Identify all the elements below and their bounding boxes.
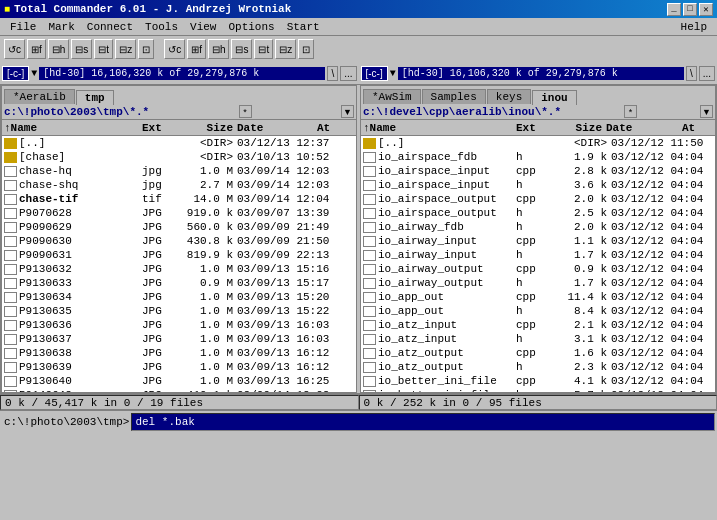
list-item[interactable]: [..]<DIR>03/12/13 12:37	[2, 136, 356, 150]
list-item[interactable]: io_airspace_inputh3.6 k03/12/12 04:04	[361, 178, 715, 192]
left-col-size[interactable]: Size	[182, 122, 237, 134]
left-col-ext[interactable]: Ext	[142, 122, 182, 134]
right-filter-btn[interactable]: *	[624, 105, 637, 118]
list-item[interactable]: P9130636JPG1.0 M03/09/13 16:03	[2, 318, 356, 332]
list-item[interactable]: io_better_ini_fileh5.7 k03/12/12 04:04	[361, 388, 715, 392]
file-date: 03/09/14 12:04	[237, 193, 329, 205]
file-name: io_airway_fdb	[378, 221, 464, 233]
list-item[interactable]: P9130637JPG1.0 M03/09/13 16:03	[2, 332, 356, 346]
list-item[interactable]: P9090631JPG819.9 k03/09/09 22:13	[2, 248, 356, 262]
menu-file[interactable]: File	[4, 20, 42, 34]
tb-f1-right[interactable]: ⊞f	[187, 39, 206, 59]
left-slash-btn[interactable]: \	[327, 66, 338, 81]
left-dot-btn[interactable]: ...	[340, 66, 356, 81]
right-drive-dropdown[interactable]: ▼	[390, 68, 396, 79]
maximize-button[interactable]: □	[683, 3, 697, 16]
list-item[interactable]: io_atz_inputcpp2.1 k03/12/12 04:04	[361, 318, 715, 332]
list-item[interactable]: io_airway_inputcpp1.1 k03/12/12 04:04	[361, 234, 715, 248]
left-tab-tmp[interactable]: tmp	[76, 90, 114, 105]
menu-start[interactable]: Start	[281, 20, 326, 34]
list-item[interactable]: chase-shqjpg2.7 M03/09/14 12:03	[2, 178, 356, 192]
list-item[interactable]: io_atz_outputh2.3 k03/12/12 04:04	[361, 360, 715, 374]
list-item[interactable]: P9130633JPG0.9 M03/09/13 15:17	[2, 276, 356, 290]
list-item[interactable]: chase-hqjpg1.0 M03/09/14 12:03	[2, 164, 356, 178]
list-item[interactable]: io_airway_outputh1.7 k03/12/12 04:04	[361, 276, 715, 290]
right-tab-keys[interactable]: keys	[487, 89, 531, 104]
cmd-input[interactable]	[131, 413, 715, 431]
menu-mark[interactable]: Mark	[42, 20, 80, 34]
left-tab-aeralib[interactable]: *AeraLib	[4, 89, 75, 104]
left-down-btn[interactable]: ▼	[341, 105, 354, 118]
list-item[interactable]: P9130639JPG1.0 M03/09/13 16:12	[2, 360, 356, 374]
list-item[interactable]: io_airway_outputcpp0.9 k03/12/12 04:04	[361, 262, 715, 276]
list-item[interactable]: io_app_outcpp11.4 k03/12/12 04:04	[361, 290, 715, 304]
tb-z-left[interactable]: ⊟z	[115, 39, 136, 59]
list-item[interactable]: io_atz_inputh3.1 k03/12/12 04:04	[361, 332, 715, 346]
list-item[interactable]: P9140643JPG419.1 k03/09/14 12:03	[2, 388, 356, 392]
tb-f1-left[interactable]: ⊞f	[27, 39, 46, 59]
menu-view[interactable]: View	[184, 20, 222, 34]
file-ext: JPG	[142, 291, 182, 303]
file-ext: h	[516, 249, 556, 261]
tb-t-right[interactable]: ⊟t	[254, 39, 273, 59]
right-tab-inou[interactable]: inou	[532, 90, 576, 105]
cmd-row: c:\!photo\2003\tmp>	[0, 410, 717, 432]
right-tab-samples[interactable]: Samples	[422, 89, 486, 104]
minimize-button[interactable]: _	[667, 3, 681, 16]
left-filter-btn[interactable]: *	[239, 105, 252, 118]
right-down-btn[interactable]: ▼	[700, 105, 713, 118]
tb-h-right[interactable]: ⊟h	[208, 39, 230, 59]
tb-cd-right[interactable]: ↺c	[164, 39, 185, 59]
list-item[interactable]: [..]<DIR>03/12/12 11:50	[361, 136, 715, 150]
list-item[interactable]: P9130632JPG1.0 M03/09/13 15:16	[2, 262, 356, 276]
left-drive-button[interactable]: [-c-]	[2, 66, 29, 81]
list-item[interactable]: io_airspace_outputh2.5 k03/12/12 04:04	[361, 206, 715, 220]
file-size: 3.6 k	[556, 179, 611, 191]
tb-cd-left[interactable]: ↺c	[4, 39, 25, 59]
list-item[interactable]: P9130638JPG1.0 M03/09/13 16:12	[2, 346, 356, 360]
right-col-date[interactable]: Date	[606, 122, 682, 134]
tb-h-left[interactable]: ⊟h	[48, 39, 70, 59]
left-col-date[interactable]: Date	[237, 122, 317, 134]
list-item[interactable]: P9130635JPG1.0 M03/09/13 15:22	[2, 304, 356, 318]
list-item[interactable]: io_atz_outputcpp1.6 k03/12/12 04:04	[361, 346, 715, 360]
list-item[interactable]: io_airspace_outputcpp2.0 k03/12/12 04:04	[361, 192, 715, 206]
right-col-ext[interactable]: Ext	[516, 122, 556, 134]
right-dot-btn[interactable]: ...	[699, 66, 715, 81]
right-col-name[interactable]: ↑Name	[361, 122, 516, 134]
list-item[interactable]: io_app_outh8.4 k03/12/12 04:04	[361, 304, 715, 318]
list-item[interactable]: P9070628JPG919.0 k03/09/07 13:39	[2, 206, 356, 220]
list-item[interactable]: io_better_ini_filecpp4.1 k03/12/12 04:04	[361, 374, 715, 388]
right-col-at[interactable]: At	[682, 122, 704, 134]
left-col-name[interactable]: ↑Name	[2, 122, 142, 134]
close-button[interactable]: ✕	[699, 3, 713, 16]
list-item[interactable]: io_airspace_fdbh1.9 k03/12/12 04:04	[361, 150, 715, 164]
menu-help[interactable]: Help	[675, 20, 713, 34]
right-tab-awsim[interactable]: *AwSim	[363, 89, 421, 104]
tb-copy-right[interactable]: ⊡	[298, 39, 314, 59]
list-item[interactable]: io_airway_fdbh2.0 k03/12/12 04:04	[361, 220, 715, 234]
right-col-size[interactable]: Size	[556, 122, 606, 134]
left-col-at[interactable]: At	[317, 122, 339, 134]
list-item[interactable]: P9090630JPG430.8 k03/09/09 21:50	[2, 234, 356, 248]
right-drive-button[interactable]: [-c-]	[361, 66, 388, 81]
file-size: 1.0 M	[182, 361, 237, 373]
list-item[interactable]: [chase]<DIR>03/10/13 10:52	[2, 150, 356, 164]
tb-z-right[interactable]: ⊟z	[275, 39, 296, 59]
tb-s-right[interactable]: ⊟s	[231, 39, 252, 59]
tb-copy-left[interactable]: ⊡	[138, 39, 154, 59]
menu-connect[interactable]: Connect	[81, 20, 139, 34]
tb-s-left[interactable]: ⊟s	[71, 39, 92, 59]
file-ext: h	[516, 221, 556, 233]
right-slash-btn[interactable]: \	[686, 66, 697, 81]
menu-options[interactable]: Options	[222, 20, 280, 34]
left-drive-dropdown[interactable]: ▼	[31, 68, 37, 79]
list-item[interactable]: P9130640JPG1.0 M03/09/13 16:25	[2, 374, 356, 388]
list-item[interactable]: io_airway_inputh1.7 k03/12/12 04:04	[361, 248, 715, 262]
list-item[interactable]: P9090629JPG560.0 k03/09/09 21:49	[2, 220, 356, 234]
list-item[interactable]: io_airspace_inputcpp2.8 k03/12/12 04:04	[361, 164, 715, 178]
menu-tools[interactable]: Tools	[139, 20, 184, 34]
list-item[interactable]: chase-tiftif14.0 M03/09/14 12:04	[2, 192, 356, 206]
tb-t-left[interactable]: ⊟t	[94, 39, 113, 59]
list-item[interactable]: P9130634JPG1.0 M03/09/13 15:20	[2, 290, 356, 304]
